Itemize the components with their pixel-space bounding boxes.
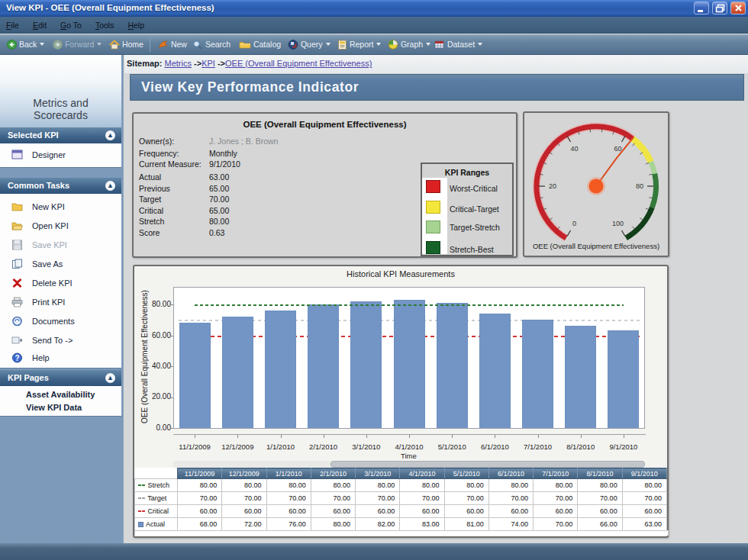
svg-text:60: 60 — [614, 145, 621, 153]
svg-text:20: 20 — [549, 182, 556, 190]
svg-text:100: 100 — [612, 220, 624, 227]
svg-text:?: ? — [15, 354, 19, 362]
svg-text:OEE (Overall Equipment Effecti: OEE (Overall Equipment Effectiveness) — [533, 242, 659, 250]
svg-text:40: 40 — [570, 145, 578, 153]
svg-text:0: 0 — [572, 220, 576, 227]
svg-text:80: 80 — [636, 182, 643, 190]
